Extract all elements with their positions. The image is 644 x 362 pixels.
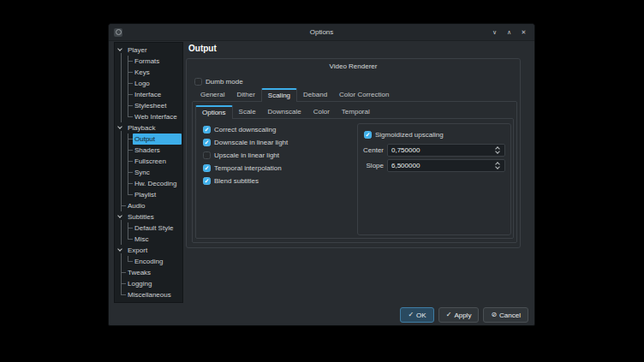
checkbox-row[interactable]: ✓ Temporal interpolation bbox=[203, 163, 288, 173]
sidebar-item[interactable]: Hw. Decoding bbox=[115, 178, 182, 189]
check-icon: ✓ bbox=[366, 132, 371, 138]
titlebar[interactable]: Options ∨ ∧ ✕ bbox=[109, 24, 534, 41]
sidebar-item[interactable]: Miscellaneous bbox=[115, 289, 182, 300]
dialog-button[interactable]: ✓ OK bbox=[400, 307, 433, 323]
sidebar-item-label: Output bbox=[133, 134, 182, 145]
minimize-button[interactable]: ∨ bbox=[489, 27, 500, 39]
options-dialog: Options ∨ ∧ ✕ Player bbox=[108, 23, 535, 326]
close-button[interactable]: ✕ bbox=[518, 27, 529, 39]
sidebar-item[interactable]: Shaders bbox=[115, 145, 182, 156]
sidebar-item[interactable]: Export bbox=[115, 245, 182, 256]
checkbox-label: Blend subtitles bbox=[214, 177, 259, 185]
tab[interactable]: Scaling bbox=[261, 88, 297, 102]
tab[interactable]: Scale bbox=[233, 105, 262, 118]
checkbox[interactable]: ✓ bbox=[364, 131, 372, 139]
checkbox[interactable]: ✓ bbox=[203, 151, 211, 159]
tree-branch-line bbox=[121, 134, 122, 145]
app-icon bbox=[114, 28, 122, 37]
dumb-mode-checkbox-row[interactable]: ✓ Dumb mode bbox=[194, 77, 243, 86]
check-icon: ✓ bbox=[205, 178, 210, 184]
sidebar-item[interactable]: Sync bbox=[115, 167, 182, 178]
sidebar-item[interactable]: Misc bbox=[115, 234, 182, 245]
video-renderer-group: Video Renderer ✓ Dumb mode General Dithe… bbox=[186, 58, 521, 248]
dialog-button[interactable]: ✓ Apply bbox=[438, 307, 480, 323]
checkbox-row[interactable]: ✓ Upscale in linear light bbox=[203, 151, 288, 160]
screen: Options ∨ ∧ ✕ Player bbox=[0, 0, 644, 362]
sidebar-item-label: Web Interface bbox=[133, 111, 182, 122]
spinbox[interactable] bbox=[387, 144, 505, 157]
field-label: Slope bbox=[363, 162, 384, 169]
tab[interactable]: Color bbox=[307, 105, 336, 118]
tab[interactable]: Options bbox=[195, 105, 233, 119]
button-icon: ✓ bbox=[408, 312, 414, 318]
tree-branch-line bbox=[121, 256, 122, 267]
sidebar-item[interactable]: Stylesheet bbox=[115, 100, 182, 111]
sidebar-item[interactable]: Logging bbox=[115, 278, 182, 289]
tab[interactable]: Downscale bbox=[262, 105, 307, 118]
tree-branch-line bbox=[121, 67, 122, 78]
sidebar-item-label: Sync bbox=[133, 167, 182, 178]
button-label: Apply bbox=[454, 312, 471, 319]
sidebar-item-label: Stylesheet bbox=[133, 100, 182, 111]
sidebar-item[interactable]: Default Style bbox=[115, 223, 182, 234]
sidebar-item-label: Logo bbox=[133, 78, 182, 89]
sidebar-item[interactable]: Encoding bbox=[115, 256, 182, 267]
sidebar-item[interactable]: Formats bbox=[115, 56, 182, 67]
tab[interactable]: General bbox=[194, 88, 230, 101]
spin-field-row: Slope bbox=[358, 157, 510, 173]
sidebar-item[interactable]: Keys bbox=[115, 67, 182, 78]
tab[interactable]: Deband bbox=[297, 88, 333, 101]
sidebar-item[interactable]: Player bbox=[115, 45, 182, 56]
spinbox-input[interactable] bbox=[388, 160, 504, 171]
checkbox-label: Upscale in linear light bbox=[214, 151, 279, 159]
tab-label: Color bbox=[313, 108, 330, 116]
spinbox[interactable] bbox=[387, 159, 505, 172]
dialog-buttons: ✓ OK ✓ Apply ⊘ Cancel bbox=[400, 307, 528, 323]
sidebar-item-label: Playlist bbox=[133, 189, 182, 200]
checkbox[interactable]: ✓ bbox=[203, 126, 211, 134]
sidebar-item[interactable]: Web Interface bbox=[115, 111, 182, 122]
checkbox[interactable]: ✓ bbox=[203, 139, 211, 146]
collapse-arrow-icon[interactable] bbox=[117, 246, 122, 252]
checkbox[interactable]: ✓ bbox=[203, 164, 211, 172]
collapse-arrow-icon[interactable] bbox=[117, 124, 122, 129]
tab[interactable]: Temporal bbox=[336, 105, 376, 118]
options-tab-pane: ✓ Correct downscaling ✓ Downscale in lin… bbox=[195, 118, 514, 239]
tab-label: Color Correction bbox=[339, 91, 389, 98]
sidebar-item[interactable]: Fullscreen bbox=[115, 156, 182, 167]
tree-branch-line bbox=[121, 234, 122, 245]
dialog-button[interactable]: ⊘ Cancel bbox=[483, 307, 528, 323]
tab-label: Deband bbox=[303, 91, 327, 98]
sidebar-item[interactable]: Playlist bbox=[115, 189, 182, 200]
collapse-arrow-icon[interactable] bbox=[117, 46, 122, 51]
sidebar-item-label: Playback bbox=[126, 122, 182, 134]
window-controls: ∨ ∧ ✕ bbox=[489, 27, 529, 39]
sigmoid-fields: Center Slope bbox=[358, 142, 510, 173]
sidebar-item[interactable]: Logo bbox=[115, 78, 182, 89]
sidebar-item[interactable]: Audio bbox=[115, 200, 182, 211]
tree-branch-line bbox=[121, 56, 122, 67]
page-title: Output bbox=[188, 44, 217, 53]
checkbox[interactable]: ✓ bbox=[203, 177, 211, 185]
button-icon: ⊘ bbox=[491, 312, 497, 318]
checkbox-row[interactable]: ✓ Downscale in linear light bbox=[203, 138, 288, 147]
spinbox-input[interactable] bbox=[388, 145, 504, 156]
sidebar-item[interactable]: Output bbox=[115, 134, 182, 145]
tab[interactable]: Color Correction bbox=[333, 88, 395, 101]
sidebar-item[interactable]: Tweaks bbox=[115, 267, 182, 278]
sidebar-item-label: Keys bbox=[133, 67, 182, 78]
check-icon: ✓ bbox=[205, 165, 210, 171]
checkbox[interactable]: ✓ bbox=[194, 78, 202, 86]
checkbox-row[interactable]: ✓ Correct downscaling bbox=[203, 125, 288, 134]
collapse-arrow-icon[interactable] bbox=[117, 213, 122, 218]
checkbox-row[interactable]: ✓ Blend subtitles bbox=[203, 176, 288, 186]
tree-branch-line bbox=[121, 89, 122, 100]
maximize-button[interactable]: ∧ bbox=[504, 27, 515, 39]
sidebar-item-label: Shaders bbox=[133, 145, 182, 156]
sidebar-item[interactable]: Interface bbox=[115, 89, 182, 100]
sidebar-item[interactable]: Playback bbox=[115, 122, 182, 134]
tree-branch-line bbox=[121, 100, 122, 111]
sigmoidized-upscaling-checkbox-row[interactable]: ✓ Sigmoidized upscaling bbox=[364, 130, 444, 139]
sidebar-item[interactable]: Subtitles bbox=[115, 211, 182, 223]
tab[interactable]: Dither bbox=[230, 88, 260, 101]
